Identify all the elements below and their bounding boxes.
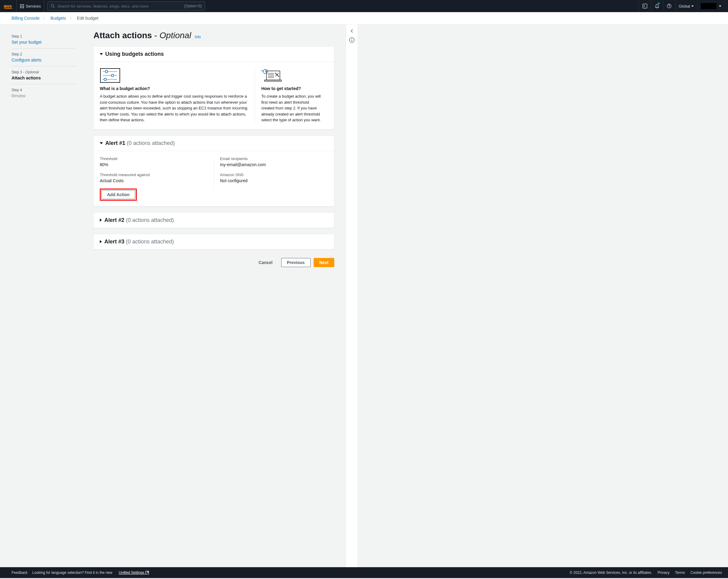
setup-icon	[261, 68, 282, 83]
measured-label: Threshold measured against	[100, 172, 207, 177]
help-icon[interactable]	[663, 0, 675, 12]
account-menu[interactable]	[697, 0, 724, 12]
privacy-link[interactable]: Privacy	[658, 571, 670, 575]
sns-label: Amazon SNS	[220, 172, 328, 177]
svg-point-11	[104, 78, 106, 81]
main-content: Attach actions - Optional Info Using bud…	[82, 25, 346, 567]
cloudshell-icon[interactable]	[639, 0, 650, 12]
info-how-to: How to get started? To create a budget a…	[255, 68, 328, 123]
add-action-highlight: Add Action	[100, 189, 137, 201]
top-nav: aws Services [Option+S] Global	[0, 0, 728, 12]
threshold-value: 80%	[100, 162, 207, 167]
using-budgets-panel: Using budgets actions What is a budget a…	[94, 46, 334, 130]
step-4: Step 4 Review	[11, 84, 76, 102]
alert-3-header[interactable]: Alert #3 (0 actions attached)	[94, 234, 334, 249]
svg-rect-14	[264, 80, 282, 81]
chevron-down-icon	[719, 5, 721, 7]
cookie-link[interactable]: Cookie preferences	[691, 571, 722, 575]
footer: Feedback Looking for language selection?…	[0, 567, 728, 578]
info-link[interactable]: Info	[195, 35, 201, 39]
using-budgets-header[interactable]: Using budgets actions	[94, 47, 334, 61]
svg-line-1	[53, 7, 55, 8]
step-3: Step 3 - Optional Attach actions	[11, 66, 76, 84]
disclosure-icon	[100, 219, 102, 222]
chevron-right-icon: 〉	[43, 17, 47, 21]
breadcrumb: Billing Console 〉 Budgets 〉 Edit budget	[0, 12, 728, 25]
search-input[interactable]	[57, 4, 184, 8]
step-label-disabled: Review	[11, 93, 76, 98]
svg-point-19	[275, 73, 276, 74]
search-shortcut: [Option+S]	[184, 4, 202, 8]
right-rail	[346, 25, 357, 567]
next-button[interactable]: Next	[314, 258, 334, 267]
breadcrumb-current: Edit budget	[77, 16, 99, 21]
svg-point-20	[278, 76, 279, 77]
step-num: Step 4	[11, 88, 76, 92]
step-num: Step 2	[11, 52, 76, 56]
email-value: my-email@amazon.com	[220, 162, 328, 167]
alert-panel-2: Alert #2 (0 actions attached)	[94, 213, 334, 228]
step-1[interactable]: Step 1 Set your budget	[11, 31, 76, 49]
step-label[interactable]: Configure alerts	[11, 58, 76, 62]
region-selector[interactable]: Global	[675, 0, 697, 12]
account-name-redacted	[701, 3, 717, 9]
svg-point-9	[111, 74, 114, 77]
disclosure-icon	[100, 142, 103, 144]
svg-point-0	[51, 4, 54, 7]
breadcrumb-link-budgets[interactable]: Budgets	[50, 16, 66, 21]
email-label: Email recipients	[220, 157, 328, 161]
notification-dot	[658, 2, 660, 4]
step-num: Step 1	[11, 34, 76, 38]
threshold-label: Threshold	[100, 157, 207, 161]
step-label-current: Attach actions	[11, 76, 76, 80]
alert-1-header[interactable]: Alert #1 (0 actions attached)	[94, 136, 334, 151]
unified-settings-link[interactable]: Unified Settings	[119, 571, 149, 575]
services-menu[interactable]: Services	[17, 0, 44, 12]
breadcrumb-link-billing[interactable]: Billing Console	[11, 16, 40, 21]
measured-value: Actual Costs	[100, 178, 207, 183]
collapse-panel-icon[interactable]	[350, 29, 354, 33]
svg-rect-2	[643, 4, 647, 8]
feedback-link[interactable]: Feedback	[11, 571, 28, 575]
disclosure-icon	[100, 240, 102, 243]
previous-button[interactable]: Previous	[281, 258, 311, 267]
add-action-button[interactable]: Add Action	[101, 190, 135, 199]
chevron-right-icon: 〉	[70, 17, 73, 21]
aws-logo[interactable]: aws	[4, 3, 13, 9]
disclosure-icon	[100, 53, 103, 55]
lang-prompt: Looking for language selection? Find it …	[32, 571, 149, 575]
svg-point-7	[105, 70, 108, 73]
info-what-is: What is a budget action? A budget action…	[100, 68, 255, 123]
svg-rect-23	[352, 40, 352, 41]
notifications-icon[interactable]	[651, 0, 662, 12]
svg-point-4	[669, 7, 670, 7]
cancel-button[interactable]: Cancel	[253, 258, 278, 267]
panel-title: Using budgets actions	[105, 51, 164, 57]
info-panel-icon[interactable]	[349, 37, 355, 43]
wizard-footer: Cancel Previous Next	[94, 255, 334, 273]
step-label[interactable]: Set your budget	[11, 40, 76, 45]
alert-2-header[interactable]: Alert #2 (0 actions attached)	[94, 213, 334, 228]
page-title: Attach actions - Optional Info	[94, 31, 334, 40]
alert-panel-3: Alert #3 (0 actions attached)	[94, 234, 334, 249]
terms-link[interactable]: Terms	[675, 571, 685, 575]
sliders-icon	[100, 68, 121, 83]
chevron-down-icon	[691, 5, 694, 7]
sns-value: Not configured	[220, 178, 328, 183]
alert-panel-1: Alert #1 (0 actions attached) Threshold …	[94, 136, 334, 206]
wizard-steps: Step 1 Set your budget Step 2 Configure …	[0, 25, 82, 567]
grid-icon	[20, 4, 24, 8]
step-2[interactable]: Step 2 Configure alerts	[11, 49, 76, 66]
svg-point-22	[351, 38, 352, 39]
copyright: © 2022, Amazon Web Services, Inc. or its…	[570, 571, 652, 575]
search-icon	[51, 4, 55, 8]
step-num: Step 3 - Optional	[11, 70, 76, 74]
search-box[interactable]: [Option+S]	[47, 1, 205, 10]
